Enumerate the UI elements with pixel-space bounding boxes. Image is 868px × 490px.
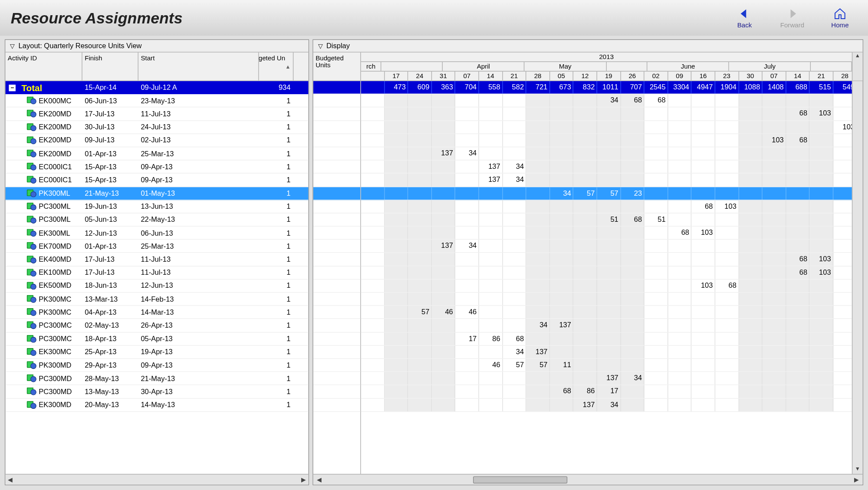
col-budgeted-units[interactable]: geted Un ▲ bbox=[259, 53, 294, 81]
left-hscroll[interactable]: ◀ ▶ bbox=[5, 474, 308, 485]
week-header[interactable]: 05 bbox=[550, 71, 573, 80]
week-header[interactable]: 07 bbox=[455, 71, 479, 80]
hscroll-thumb[interactable] bbox=[473, 476, 567, 483]
table-row[interactable]: EK200MD30-Jul-1324-Jul-131 bbox=[5, 121, 308, 134]
titlebar: Resource Assignments Back Forward Home bbox=[0, 0, 868, 36]
timeline-total-row[interactable]: 4736093637045585827216738321011707254533… bbox=[361, 81, 852, 94]
week-header[interactable]: 21 bbox=[503, 71, 526, 80]
week-header[interactable]: 23 bbox=[715, 71, 739, 80]
week-header[interactable]: 14 bbox=[479, 71, 503, 80]
timeline-row[interactable]: 178668 bbox=[361, 332, 852, 345]
week-header[interactable]: 26 bbox=[621, 71, 644, 80]
total-row[interactable]: −Total15-Apr-1409-Jul-12 A934 bbox=[5, 81, 308, 94]
timeline-row[interactable]: 13734 bbox=[361, 240, 852, 253]
table-row[interactable]: EK200MD17-Jul-1311-Jul-131 bbox=[5, 108, 308, 121]
table-row[interactable]: EK200MD01-Apr-1325-Mar-131 bbox=[5, 147, 308, 160]
timeline-row[interactable]: 10368 bbox=[361, 280, 852, 293]
timeline-row[interactable]: 68103 bbox=[361, 227, 852, 240]
week-header[interactable]: 09 bbox=[668, 71, 691, 80]
layout-dropdown[interactable]: ▽ Layout: Quarterly Resource Units View bbox=[5, 40, 308, 53]
home-button[interactable]: Home bbox=[823, 7, 858, 28]
table-row[interactable]: EC000IC115-Apr-1309-Apr-131 bbox=[5, 174, 308, 187]
scroll-right-icon[interactable]: ▶ bbox=[851, 476, 862, 483]
table-row[interactable]: PK300MD29-Apr-1309-Apr-131 bbox=[5, 359, 308, 372]
timeline-row[interactable]: 13734 bbox=[361, 161, 852, 174]
week-header[interactable]: 16 bbox=[692, 71, 715, 80]
activity-id: EK700MD bbox=[39, 242, 71, 250]
timeline-row[interactable]: 346868 bbox=[361, 94, 852, 107]
timeline-row[interactable]: 34137 bbox=[361, 345, 852, 358]
week-header[interactable]: 30 bbox=[739, 71, 762, 80]
week-header[interactable]: 21 bbox=[810, 71, 833, 80]
resource-icon bbox=[27, 388, 36, 395]
timeline-row[interactable]: 13734 bbox=[361, 147, 852, 160]
table-row[interactable]: PK300MC13-Mar-1314-Feb-131 bbox=[5, 293, 308, 306]
timeline-row[interactable]: 68103 bbox=[361, 253, 852, 266]
col-activity-id[interactable]: Activity ID bbox=[5, 53, 82, 81]
scroll-left-icon[interactable]: ◀ bbox=[313, 476, 325, 483]
timeline-row[interactable]: 34575723 bbox=[361, 187, 852, 200]
timeline-row[interactable]: 13734 bbox=[361, 174, 852, 187]
table-row[interactable]: PC300MC02-May-1326-Apr-131 bbox=[5, 319, 308, 332]
table-row[interactable]: EK700MD01-Apr-1325-Mar-131 bbox=[5, 240, 308, 253]
week-header[interactable]: 28 bbox=[526, 71, 550, 80]
table-row[interactable]: PC300MC18-Apr-1305-Apr-131 bbox=[5, 332, 308, 345]
chevron-down-icon: ▽ bbox=[10, 43, 15, 49]
resource-icon bbox=[27, 110, 36, 118]
table-row[interactable]: EK200MD09-Jul-1302-Jul-131 bbox=[5, 134, 308, 147]
table-row[interactable]: PK300MC04-Apr-1314-Mar-131 bbox=[5, 306, 308, 319]
week-header[interactable]: 12 bbox=[573, 71, 597, 80]
week-header[interactable]: 07 bbox=[763, 71, 786, 80]
scroll-right-icon[interactable]: ▶ bbox=[301, 476, 306, 483]
collapse-icon[interactable]: − bbox=[9, 84, 16, 91]
timeline-row[interactable]: 13734 bbox=[361, 398, 852, 411]
table-row[interactable]: EK300ML12-Jun-1306-Jun-131 bbox=[5, 227, 308, 240]
timeline-grid[interactable]: 4736093637045585827216738321011707254533… bbox=[361, 81, 852, 474]
timeline-row[interactable]: 516851 bbox=[361, 214, 852, 227]
scroll-left-icon[interactable]: ◀ bbox=[8, 476, 13, 483]
timeline-row[interactable]: 46575711 bbox=[361, 359, 852, 372]
week-header[interactable]: 17 bbox=[385, 71, 408, 80]
col-finish[interactable]: Finish bbox=[82, 53, 138, 81]
timeline-row[interactable]: 68103 bbox=[361, 266, 852, 279]
timeline-row[interactable]: 68103 bbox=[361, 200, 852, 213]
timeline-row[interactable]: 13734 bbox=[361, 372, 852, 385]
back-button[interactable]: Back bbox=[727, 7, 762, 28]
timeline-header[interactable]: 2013 rchAprilMayJuneJuly 172431071421280… bbox=[361, 53, 852, 81]
right-hscroll[interactable]: ◀ ▶ bbox=[313, 474, 863, 485]
timeline-row[interactable]: 10368 bbox=[361, 134, 852, 147]
table-row[interactable]: EK100MD17-Jul-1311-Jul-131 bbox=[5, 266, 308, 279]
vscroll-down[interactable]: ▼ bbox=[852, 81, 863, 474]
timeline-row[interactable]: 10368 bbox=[361, 121, 852, 134]
timeline-row[interactable]: 688617 bbox=[361, 385, 852, 398]
week-header[interactable]: 31 bbox=[432, 71, 455, 80]
timeline-row[interactable]: 34137 bbox=[361, 319, 852, 332]
table-row[interactable]: EC000IC115-Apr-1309-Apr-131 bbox=[5, 161, 308, 174]
week-header[interactable]: 28 bbox=[833, 71, 852, 80]
table-row[interactable]: PK300ML21-May-1301-May-131 bbox=[5, 187, 308, 200]
activity-id: PK300MD bbox=[39, 361, 71, 369]
hscroll-track[interactable] bbox=[328, 476, 848, 483]
table-row[interactable]: EK300MC25-Apr-1319-Apr-131 bbox=[5, 345, 308, 358]
budgeted-units-header[interactable]: Budgeted Units bbox=[313, 53, 361, 81]
table-row[interactable]: EK500MD18-Jun-1312-Jun-131 bbox=[5, 280, 308, 293]
week-header[interactable]: 14 bbox=[786, 71, 809, 80]
table-row[interactable]: EK400MD17-Jul-1311-Jul-131 bbox=[5, 253, 308, 266]
table-row[interactable]: PC300MD13-May-1330-Apr-131 bbox=[5, 385, 308, 398]
display-dropdown[interactable]: ▽ Display bbox=[313, 40, 863, 53]
week-header[interactable]: 24 bbox=[408, 71, 431, 80]
col-start[interactable]: Start bbox=[138, 53, 259, 81]
week-header[interactable]: 02 bbox=[644, 71, 668, 80]
table-row[interactable]: PC300ML05-Jun-1322-May-131 bbox=[5, 214, 308, 227]
week-header[interactable]: 19 bbox=[597, 71, 621, 80]
vscroll-up[interactable]: ▲ bbox=[852, 53, 863, 81]
table-row[interactable]: PC300MD28-May-1321-May-131 bbox=[5, 372, 308, 385]
week-header[interactable] bbox=[361, 71, 385, 80]
table-row[interactable]: EK000MC06-Jun-1323-May-131 bbox=[5, 94, 308, 107]
timeline-pane: ▽ Display Budgeted Units 2013 rchAprilMa… bbox=[312, 39, 863, 485]
timeline-row[interactable] bbox=[361, 293, 852, 306]
table-row[interactable]: PC300ML19-Jun-1313-Jun-131 bbox=[5, 200, 308, 213]
table-row[interactable]: EK300MD20-May-1314-May-131 bbox=[5, 398, 308, 411]
timeline-row[interactable]: 68103 bbox=[361, 108, 852, 121]
timeline-row[interactable]: 574646 bbox=[361, 306, 852, 319]
